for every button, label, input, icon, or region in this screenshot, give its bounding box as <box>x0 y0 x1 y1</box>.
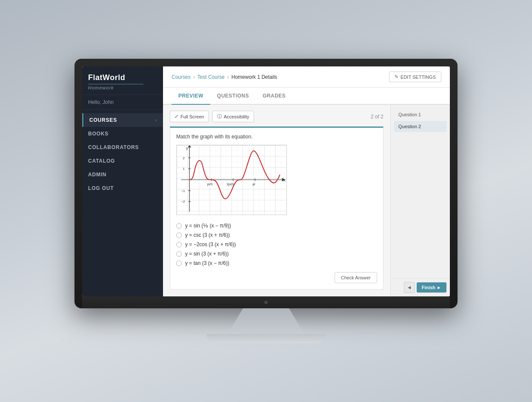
answer-choice-5[interactable]: y = tan (3 (x − π/6)) <box>176 260 377 266</box>
question-main: ⤢ Full Screen ⓘ Accessibility 2 of 2 <box>163 105 390 296</box>
radio-button-5[interactable] <box>176 261 182 266</box>
breadcrumb-sep: › <box>193 74 195 80</box>
tab-questions[interactable]: QUESTIONS <box>210 88 256 105</box>
logo-area: FlatWorld Homework <box>82 66 163 95</box>
tabs-bar: PREVIEW QUESTIONS GRADES <box>163 88 450 105</box>
radio-button-4[interactable] <box>176 251 182 257</box>
sidebar-item-label: LOG OUT <box>88 185 114 191</box>
prev-button[interactable]: ◄ <box>404 282 415 293</box>
sidebar-item-label: COURSES <box>89 117 117 123</box>
sidebar-item-logout[interactable]: LOG OUT <box>82 181 163 195</box>
breadcrumb-sep2: › <box>227 74 229 80</box>
sidebar: FlatWorld Homework Hello, John COURSES ›… <box>82 66 163 296</box>
breadcrumb-bar: Courses › Test Course › Homework 1 Detai… <box>163 66 450 88</box>
svg-text:1: 1 <box>183 167 184 171</box>
tab-grades[interactable]: GRADES <box>256 88 292 105</box>
finish-button[interactable]: Finish ► <box>417 282 446 293</box>
sidebar-item-courses[interactable]: COURSES › <box>82 113 163 127</box>
radio-button-2[interactable] <box>176 233 182 238</box>
question-prompt: Match the graph with its equation. <box>176 134 377 140</box>
answer-choice-2[interactable]: y = csc (3 (x + π/6)) <box>176 232 377 238</box>
logo-subtitle: Homework <box>88 85 157 90</box>
monitor-chin <box>82 296 450 308</box>
sidebar-item-admin[interactable]: ADMIN <box>82 168 163 181</box>
accessibility-icon: ⓘ <box>217 113 222 120</box>
graph-svg: x y 1 2 −1 −2 <box>176 145 287 215</box>
svg-text:−1: −1 <box>181 189 185 193</box>
check-answer-row: Check Answer <box>176 272 377 283</box>
radio-button-3[interactable] <box>176 242 182 247</box>
content-area: ⤢ Full Screen ⓘ Accessibility 2 of 2 <box>163 105 450 296</box>
svg-text:pi: pi <box>252 182 255 186</box>
breadcrumb: Courses › Test Course › Homework 1 Detai… <box>172 74 277 80</box>
edit-settings-label: EDIT SETTINGS <box>400 75 436 80</box>
check-answer-button[interactable]: Check Answer <box>335 272 377 283</box>
logo-title: FlatWorld <box>88 73 157 82</box>
radio-button-1[interactable] <box>176 223 182 229</box>
question-card: Match the graph with its equation. <box>170 126 383 290</box>
monitor-stand-base <box>206 334 326 343</box>
svg-text:2: 2 <box>183 156 184 160</box>
main-content: Courses › Test Course › Homework 1 Detai… <box>163 66 450 296</box>
svg-text:−2: −2 <box>181 200 185 204</box>
edit-settings-button[interactable]: ✎ EDIT SETTINGS <box>389 72 441 82</box>
answer-choices: y = sin (⅓ (x − π/9)) y = csc (3 (x + π/… <box>176 223 377 266</box>
sidebar-item-books[interactable]: BOOKS <box>82 127 163 141</box>
sidebar-nav: COURSES › BOOKS COLLABORATORS CATALOG AD… <box>82 110 163 296</box>
question-list: Question 1 Question 2 <box>391 105 450 278</box>
svg-text:y: y <box>186 146 188 150</box>
fullscreen-icon: ⤢ <box>174 114 178 119</box>
sidebar-item-label: COLLABORATORS <box>88 144 139 150</box>
toolbar-row: ⤢ Full Screen ⓘ Accessibility 2 of 2 <box>170 111 383 122</box>
breadcrumb-current: Homework 1 Details <box>232 74 277 80</box>
svg-text:x: x <box>283 178 286 182</box>
monitor-stand-top <box>228 308 304 334</box>
logo-divider <box>88 84 143 84</box>
answer-choice-3[interactable]: y = −2cos (3 (x + π/6)) <box>176 241 377 247</box>
breadcrumb-test-course[interactable]: Test Course <box>197 74 225 80</box>
question-counter: 2 of 2 <box>371 114 383 120</box>
question-bottom-nav: ◄ Finish ► <box>391 278 450 296</box>
monitor-camera <box>264 301 268 304</box>
sidebar-item-label: ADMIN <box>88 172 106 178</box>
svg-text:pi/3: pi/3 <box>207 182 213 186</box>
accessibility-button[interactable]: ⓘ Accessibility <box>212 111 254 122</box>
user-greeting: Hello, John <box>82 95 163 110</box>
question-nav-item-2[interactable]: Question 2 <box>394 121 446 132</box>
toolbar-left: ⤢ Full Screen ⓘ Accessibility <box>170 111 254 122</box>
question-nav-item-1[interactable]: Question 1 <box>394 109 446 120</box>
svg-text:2pi/3: 2pi/3 <box>226 182 234 186</box>
fullscreen-button[interactable]: ⤢ Full Screen <box>170 111 209 122</box>
answer-choice-1[interactable]: y = sin (⅓ (x − π/9)) <box>176 223 377 229</box>
answer-choice-4[interactable]: y = sin (3 (x + π/6)) <box>176 251 377 257</box>
graph-container: x y 1 2 −1 −2 <box>176 145 377 217</box>
sidebar-item-collaborators[interactable]: COLLABORATORS <box>82 141 163 154</box>
sidebar-item-label: BOOKS <box>88 131 109 137</box>
sidebar-item-catalog[interactable]: CATALOG <box>82 154 163 168</box>
tab-preview[interactable]: PREVIEW <box>172 88 210 105</box>
breadcrumb-courses[interactable]: Courses <box>172 74 191 80</box>
question-panel: Question 1 Question 2 ◄ Finish ► <box>390 105 450 296</box>
chevron-icon: › <box>155 118 157 123</box>
sidebar-item-label: CATALOG <box>88 158 115 164</box>
pencil-icon: ✎ <box>395 74 398 80</box>
